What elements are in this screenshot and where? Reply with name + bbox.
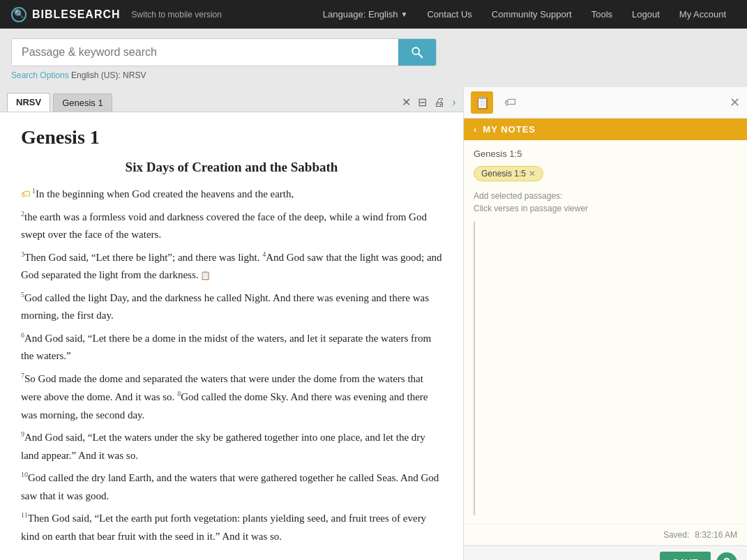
top-navigation: 🔍 BIBLESEARCH Switch to mobile version L… [0,0,747,29]
tab-nrsv[interactable]: NRSV [7,93,50,112]
main-layout: NRSV Genesis 1 ✕ ⊟ 🖨 › Genesis 1 Six Day… [0,87,747,560]
tools-link[interactable]: Tools [582,0,622,29]
tags-tab-btn[interactable]: 🏷 [499,91,521,114]
verse-num-10: 10 [21,471,28,478]
contact-us-link[interactable]: Contact Us [417,0,481,29]
notes-actions-row: DELETE SAVE ? [464,545,747,560]
notes-textarea[interactable] [474,222,737,515]
language-label: Language: English [323,9,398,20]
verse-text-3: Then God said, “Let there be light”; and… [24,252,259,263]
notes-collapse-icon[interactable]: ‹ [474,124,477,135]
add-passages-label: Add selected passages: [474,191,737,201]
passage-subtitle: Six Days of Creation and the Sabbath [21,160,442,175]
expand-icon[interactable]: › [452,95,456,109]
right-icons-row: 📋 🏷 ✕ [464,87,747,119]
language-selector[interactable]: Language: English ▼ [313,0,418,29]
tabs-actions: ✕ ⊟ 🖨 › [402,95,456,109]
search-options-detail: English (US): NRSV [71,70,146,80]
search-icon [411,46,423,59]
search-options-row: Search Options English (US): NRSV [11,70,736,80]
community-support-link[interactable]: Community Support [482,0,582,29]
delete-button[interactable]: DELETE [474,558,513,561]
search-options-link[interactable]: Search Options [11,70,69,80]
passage-content: Genesis 1 Six Days of Creation and the S… [0,112,463,560]
verse-text-6: And God said, “Let there be a dome in th… [21,333,431,362]
svg-line-1 [418,54,422,57]
notes-reference: Genesis 1:5 [474,149,737,159]
logo-text: BIBLESEARCH [32,8,121,21]
tag-icon-v1: 🏷 [21,189,31,199]
verse-3: 3Then God said, “Let there be light”; an… [21,248,442,285]
saved-status: Saved: [663,530,689,540]
tabs-row: NRSV Genesis 1 ✕ ⊟ 🖨 › [0,87,463,112]
search-button[interactable] [398,39,436,66]
left-panel: NRSV Genesis 1 ✕ ⊟ 🖨 › Genesis 1 Six Day… [0,87,464,560]
print-icon[interactable]: 🖨 [434,96,445,109]
verse-7-block: 7So God made the dome and separated the … [21,370,442,425]
logout-link[interactable]: Logout [622,0,670,29]
notes-tag-label: Genesis 1:5 [481,169,526,179]
notes-footer: Saved: 8:32:16 AM [464,524,747,545]
tab-genesis1[interactable]: Genesis 1 [53,93,112,112]
save-area: SAVE ? [660,552,737,560]
chevron-down-icon: ▼ [401,10,408,18]
search-input[interactable] [12,39,398,66]
close-panel-button[interactable]: ✕ [730,95,740,110]
notes-tab-btn[interactable]: 📋 [471,91,493,114]
help-button[interactable]: ? [716,552,737,560]
verse-11-block: 11Then God said, “Let the earth put fort… [21,509,442,545]
notes-body: Genesis 1:5 Genesis 1:5 ✕ Add selected p… [464,140,747,524]
notes-tag-row: Genesis 1:5 ✕ [474,166,737,181]
notes-header-label: MY NOTES [483,124,536,135]
notes-tag-remove-btn[interactable]: ✕ [529,169,536,179]
click-verses-label: Click verses in passage viewer [474,204,737,213]
my-account-link[interactable]: My Account [670,0,736,29]
verse-6-block: 6And God said, “Let there be a dome in t… [21,329,442,365]
verse-text-11: Then God said, “Let the earth put forth … [21,513,426,542]
right-panel: 📋 🏷 ✕ ‹ MY NOTES Genesis 1:5 Genesis 1:5… [464,87,747,560]
saved-time: 8:32:16 AM [695,530,737,540]
verse-text-1: In the beginning when God created the he… [36,188,294,199]
passage-title: Genesis 1 [21,126,442,149]
switch-mobile-link[interactable]: Switch to mobile version [132,10,222,20]
verse-num-11: 11 [21,511,28,519]
verse-5: 5God called the light Day, and the darkn… [21,289,442,325]
notes-tag: Genesis 1:5 ✕ [474,166,543,181]
save-button[interactable]: SAVE [660,552,711,560]
close-tab-icon[interactable]: ✕ [402,96,411,109]
verse-text-9: And God said, “Let the waters under the … [21,432,425,461]
notes-panel-header: ‹ MY NOTES [464,119,747,140]
verse-10-block: 10God called the dry land Earth, and the… [21,469,442,505]
verse-1: 🏷1In the beginning when God created the … [21,185,442,204]
note-icon-v4: 📋 [200,271,211,280]
verse-text-2: the earth was a formless void and darkne… [21,211,427,241]
verse-text-5: God called the light Day, and the darkne… [21,292,429,321]
search-bar [11,38,437,66]
search-area: Search Options English (US): NRSV [0,29,747,87]
columns-icon[interactable]: ⊟ [418,96,427,109]
verse-9-block: 9And God said, “Let the waters under the… [21,428,442,464]
logo-area: 🔍 BIBLESEARCH [11,7,121,22]
logo-icon: 🔍 [11,7,27,22]
verse-2: 2the earth was a formless void and darkn… [21,208,442,244]
nav-links: Language: English ▼ Contact Us Community… [313,0,736,29]
verse-text-10: God called the dry land Earth, and the w… [21,472,439,501]
